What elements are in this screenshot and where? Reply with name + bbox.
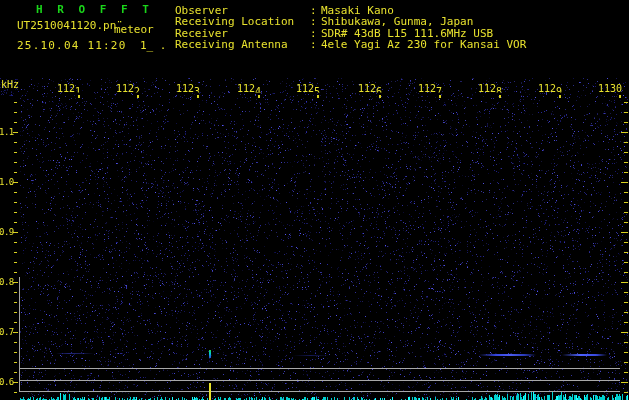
time-axis-label: 1123 <box>176 83 200 94</box>
axis-tick <box>624 272 628 273</box>
freq-axis-label: 1.1 <box>0 127 15 137</box>
datetime-line: 25.10.04 11:201_ . <box>17 39 127 52</box>
axis-tick <box>624 292 628 293</box>
panel-left-border <box>19 277 20 392</box>
freq-axis-label: 0.6 <box>0 377 15 387</box>
axis-tick <box>624 322 628 323</box>
axis-tick <box>624 352 628 353</box>
axis-tick <box>14 162 17 163</box>
axis-tick <box>78 95 80 98</box>
axis-tick <box>624 372 628 373</box>
axis-tick <box>14 262 17 263</box>
axis-tick <box>624 252 628 253</box>
header-field-row: Receiving Antenna:4ele Yagi Az 230 for K… <box>175 39 526 50</box>
freq-axis-label: 1.0 <box>0 177 15 187</box>
axis-tick <box>14 192 17 193</box>
axis-tick <box>14 202 17 203</box>
axis-tick <box>624 222 628 223</box>
echo-counter: 1_ . <box>140 39 167 52</box>
axis-tick <box>14 222 17 223</box>
doppler-streak-3 <box>479 354 536 356</box>
axis-tick <box>624 262 628 263</box>
panel-divider-line-mid <box>19 380 620 381</box>
axis-tick <box>14 212 17 213</box>
axis-tick <box>197 95 199 98</box>
axis-tick <box>624 192 628 193</box>
panel-divider-line-top <box>19 368 620 369</box>
doppler-streak-1 <box>56 353 94 354</box>
header-fields: Observer:Masaki KanoReceiving Location:S… <box>175 5 526 51</box>
time-axis-label: 1126 <box>358 83 382 94</box>
axis-tick <box>14 142 17 143</box>
echo-count-marker <box>209 383 211 400</box>
datetime-text: 25.10.04 11:20 <box>17 39 127 52</box>
axis-tick <box>14 362 17 363</box>
axis-tick <box>14 172 17 173</box>
doppler-streak-4 <box>562 354 607 356</box>
freq-axis-label: 0.8 <box>0 277 15 287</box>
axis-tick <box>621 332 628 333</box>
spectrogram-noise-canvas <box>0 0 629 400</box>
axis-tick <box>624 172 628 173</box>
file-line: UT2510041120.pn¨meteor <box>17 19 154 32</box>
axis-tick <box>624 362 628 363</box>
time-axis-label: 1129 <box>538 83 562 94</box>
axis-tick <box>621 182 628 183</box>
axis-tick <box>14 102 17 103</box>
time-axis-label: 1121 <box>57 83 81 94</box>
axis-tick <box>559 95 561 98</box>
axis-tick <box>14 352 17 353</box>
axis-tick <box>624 302 628 303</box>
axis-tick <box>14 122 17 123</box>
axis-tick <box>439 95 441 98</box>
axis-tick <box>14 302 17 303</box>
axis-tick <box>624 152 628 153</box>
time-axis-label: 1124 <box>237 83 261 94</box>
axis-tick <box>624 342 628 343</box>
axis-tick <box>258 95 260 98</box>
hrofft-screen: H R O F F T UT2510041120.pn¨meteor 25.10… <box>0 0 629 400</box>
axis-tick <box>14 322 17 323</box>
axis-tick <box>624 312 628 313</box>
axis-tick <box>624 102 628 103</box>
axis-tick <box>624 242 628 243</box>
time-axis-label: 1128 <box>478 83 502 94</box>
header-field-colon: : <box>310 39 321 50</box>
axis-tick <box>499 95 501 98</box>
time-axis-label: 1127 <box>418 83 442 94</box>
axis-tick <box>14 242 17 243</box>
header-field-value: 4ele Yagi Az 230 for Kansai VOR <box>321 38 526 51</box>
time-axis-label: 1125 <box>296 83 320 94</box>
axis-tick <box>624 122 628 123</box>
axis-tick <box>14 292 17 293</box>
axis-tick <box>621 232 628 233</box>
axis-tick <box>14 272 17 273</box>
axis-tick <box>379 95 381 98</box>
axis-tick <box>619 95 621 98</box>
axis-tick <box>624 212 628 213</box>
freq-unit-label: kHz <box>1 79 19 90</box>
axis-tick <box>137 95 139 98</box>
file-name: UT2510041120.pn¨ <box>17 19 123 32</box>
time-axis-label: 1130 <box>598 83 622 94</box>
axis-tick <box>624 162 628 163</box>
meteor-echo-mark <box>209 350 211 358</box>
mode-label: meteor <box>114 23 154 36</box>
axis-tick <box>14 312 17 313</box>
doppler-streak-2 <box>293 355 329 356</box>
axis-tick <box>621 282 628 283</box>
axis-tick <box>14 342 17 343</box>
freq-axis-label: 0.9 <box>0 227 15 237</box>
axis-tick <box>14 392 17 393</box>
app-title: H R O F F T <box>36 3 153 16</box>
axis-tick <box>624 142 628 143</box>
axis-tick <box>621 132 628 133</box>
time-axis-label: 1122 <box>116 83 140 94</box>
axis-tick <box>621 382 628 383</box>
axis-tick <box>317 95 319 98</box>
axis-tick <box>14 252 17 253</box>
axis-tick <box>624 112 628 113</box>
axis-tick <box>14 152 17 153</box>
panel-divider-line-bottom <box>19 391 620 392</box>
axis-tick <box>624 392 628 393</box>
